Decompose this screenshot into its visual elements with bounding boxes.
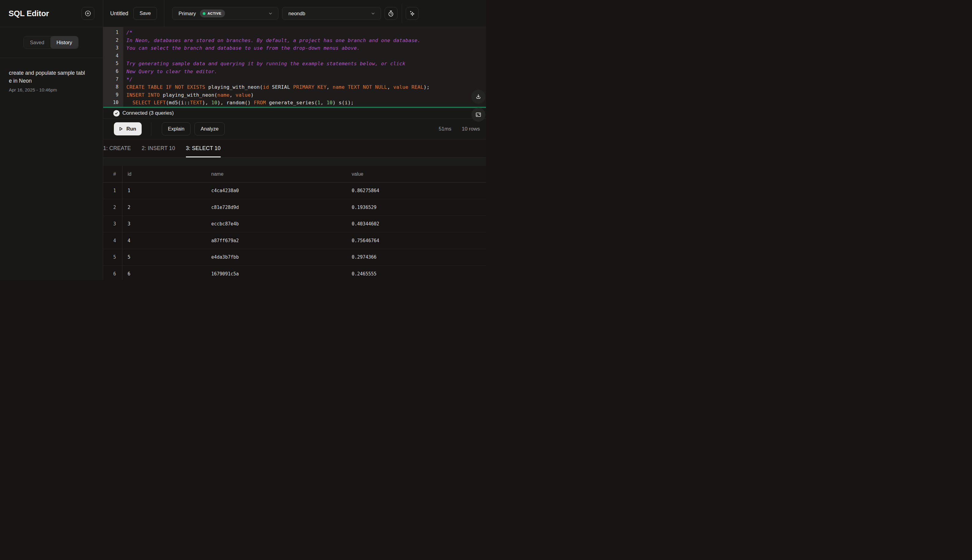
sidebar-tabs: Saved History [0, 27, 103, 58]
cell-name: 1679091c5a [206, 271, 346, 277]
code-line[interactable]: You can select the branch and database t… [126, 44, 486, 52]
branch-status-badge: ACTIVE [200, 10, 225, 17]
code-line[interactable]: New Query to clear the editor. [126, 68, 486, 76]
saved-history-toggle: Saved History [23, 36, 79, 49]
database-select-value: neondb [288, 11, 305, 17]
cell-value: 0.40344602 [346, 221, 486, 227]
table-row[interactable]: 33eccbc87e4b0.40344602 [103, 216, 486, 233]
number-token: 1 [318, 100, 321, 105]
column-header-id: id [122, 172, 206, 177]
cell-name: a87ff679a2 [206, 238, 346, 243]
sql-editor-app: SQL Editor Saved History create and popu… [0, 0, 486, 280]
results-panel: #idnamevalue 11c4ca4238a00.8627586422c81… [103, 158, 486, 280]
result-tab-1[interactable]: 1: CREATE [103, 139, 131, 157]
history-list-item[interactable]: create and populate sample table in Neon… [0, 58, 103, 92]
code-token: playing_with_neon( [208, 84, 263, 90]
table-row[interactable]: 661679091c5a0.2465555 [103, 266, 486, 280]
result-tab-3[interactable]: 3: SELECT 10 [186, 139, 221, 157]
row-number-cell: 3 [103, 216, 122, 232]
code-line[interactable]: In Neon, databases are stored on branche… [126, 37, 486, 45]
connection-status-row: Connected (3 queries) [103, 108, 486, 118]
number-token: 10 [327, 100, 333, 105]
keyword-token: value REAL [393, 84, 423, 90]
analyze-button[interactable]: Analyze [194, 122, 225, 135]
query-duration: 51ms [439, 126, 452, 132]
ai-assist-button[interactable] [406, 7, 418, 20]
number-token: 10 [211, 100, 217, 105]
database-select[interactable]: neondb [282, 7, 381, 20]
code-line[interactable]: /* [126, 29, 486, 37]
query-toolbar: Untitled Save Primary ACTIVE neondb [103, 0, 486, 27]
query-timing-button[interactable] [385, 7, 398, 20]
code-token: , [327, 84, 333, 90]
new-query-button[interactable] [82, 7, 94, 20]
line-number-gutter: 12345678910 [103, 27, 123, 107]
code-line[interactable] [126, 52, 486, 60]
line-number: 4 [103, 52, 123, 60]
keyword-token: PRIMARY KEY [293, 84, 326, 90]
line-number: 1 [103, 29, 123, 37]
code-line[interactable]: INSERT INTO playing_with_neon(name, valu… [126, 91, 486, 99]
line-number: 2 [103, 37, 123, 45]
download-results-button[interactable] [471, 90, 485, 104]
code-token: , [321, 100, 327, 105]
tab-saved[interactable]: Saved [24, 36, 50, 48]
line-number: 7 [103, 76, 123, 83]
line-number: 8 [103, 83, 123, 91]
code-token: ), [202, 100, 211, 105]
code-line[interactable]: Try generating sample data and querying … [126, 60, 486, 68]
save-button[interactable]: Save [134, 7, 157, 20]
run-button[interactable]: Run [114, 122, 142, 135]
code-line[interactable]: SELECT LEFT(md5(i::TEXT), 10), random() … [126, 99, 486, 107]
table-row[interactable]: 55e4da3b7fbb0.2974366 [103, 249, 486, 266]
action-row: Run Explain Analyze 51ms 10 rows [103, 118, 486, 139]
line-number: 3 [103, 44, 123, 52]
code-token: ), random() [217, 100, 254, 105]
history-item-timestamp: Apr 16, 2025 - 10:46pm [9, 87, 94, 92]
code-editor[interactable]: 12345678910 /*In Neon, databases are sto… [103, 27, 486, 107]
branch-select-value: Primary [179, 11, 196, 17]
circle-plus-icon [84, 10, 92, 17]
explain-button[interactable]: Explain [162, 122, 191, 135]
code-token: (md5(i:: [166, 100, 190, 105]
branch-select[interactable]: Primary ACTIVE [172, 7, 278, 20]
line-number: 10 [103, 99, 123, 107]
row-number-cell: 1 [103, 183, 122, 199]
result-tab-2[interactable]: 2: INSERT 10 [142, 139, 175, 157]
keyword-token: name [217, 92, 229, 98]
cell-id: 1 [122, 188, 206, 193]
row-number-cell: 4 [103, 232, 122, 249]
cell-value: 0.2974366 [346, 254, 486, 260]
line-number: 9 [103, 91, 123, 99]
line-number: 6 [103, 68, 123, 76]
table-row[interactable]: 11c4ca4238a00.86275864 [103, 183, 486, 200]
comment-token: Try generating sample data and querying … [126, 61, 405, 67]
tab-history[interactable]: History [50, 36, 78, 48]
results-strip [103, 158, 486, 166]
run-button-label: Run [126, 126, 136, 132]
expand-results-button[interactable] [471, 108, 485, 122]
table-row[interactable]: 22c81e728d9d0.1936529 [103, 199, 486, 216]
code-line[interactable]: */ [126, 76, 486, 83]
chevron-down-icon [268, 11, 273, 16]
code-token: ); [423, 84, 430, 90]
keyword-token: FROM [254, 100, 266, 105]
query-name: Untitled [110, 10, 128, 17]
play-icon [117, 126, 124, 132]
sidebar: SQL Editor Saved History create and popu… [0, 0, 103, 280]
cell-id: 3 [122, 221, 206, 227]
cell-value: 0.2465555 [346, 271, 486, 277]
code-token [126, 100, 132, 105]
cell-id: 2 [122, 205, 206, 210]
fullscreen-icon [475, 111, 482, 118]
cell-id: 5 [122, 254, 206, 260]
row-number-cell: 2 [103, 199, 122, 216]
code-area[interactable]: /*In Neon, databases are stored on branc… [123, 27, 486, 107]
table-row[interactable]: 44a87ff679a20.75646764 [103, 232, 486, 249]
chevron-down-icon [370, 11, 376, 16]
keyword-token: name TEXT NOT NULL [333, 84, 387, 90]
toolbar-divider [164, 0, 164, 27]
column-header-value: value [346, 172, 486, 177]
code-line[interactable]: CREATE TABLE IF NOT EXISTS playing_with_… [126, 83, 486, 91]
column-header-name: name [206, 172, 346, 177]
